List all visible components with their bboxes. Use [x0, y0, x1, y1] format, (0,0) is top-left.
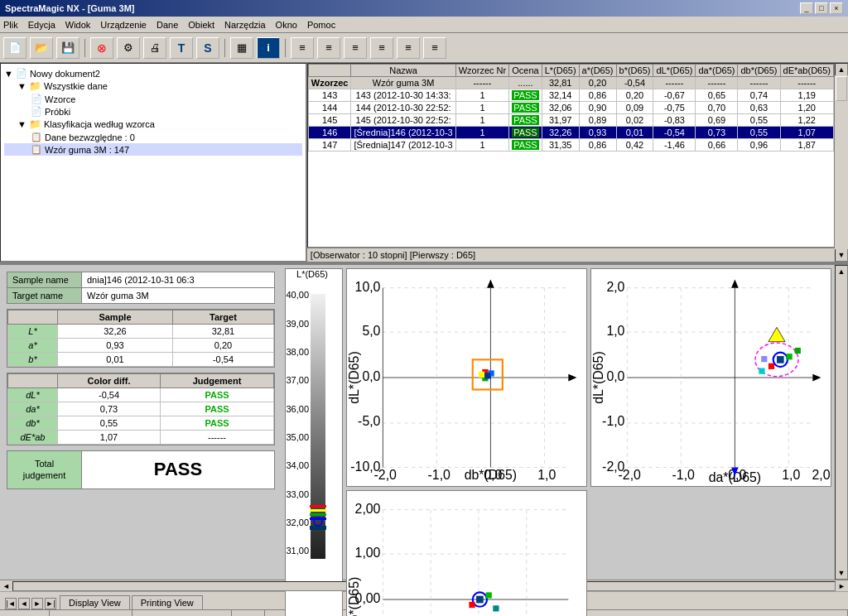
stop-button[interactable]: ⊗: [90, 37, 113, 59]
tool1-button[interactable]: ≡: [291, 37, 314, 59]
tool5-button[interactable]: ≡: [397, 37, 420, 59]
chart1-pt-target: [484, 373, 490, 378]
tab-nav: |◄ ◄ ► ►|: [2, 598, 60, 609]
doc-icon-2: 📄: [31, 94, 42, 104]
col-header-db: db*(D65): [738, 65, 780, 77]
table-row[interactable]: 144144 (2012-10-30 22:52:1PASS32,060,900…: [308, 102, 833, 114]
menu-plik[interactable]: Plik: [3, 20, 18, 30]
doc-icon: 📄: [16, 68, 27, 79]
chart2-y-2: 2,0: [606, 280, 624, 294]
scroll-up-button[interactable]: ▲: [836, 64, 847, 75]
h-scroll-right[interactable]: ►: [836, 582, 848, 590]
chart-dl-db: dL*(D65) db*(D65) 10,0 5,0 0,0 -5,0 -10,…: [346, 268, 587, 487]
table-row[interactable]: 143143 (2012-10-30 14:33:1PASS32,140,860…: [308, 89, 833, 102]
h-scroll-left[interactable]: ◄: [0, 582, 12, 590]
menu-edycja[interactable]: Edycja: [28, 20, 55, 30]
tool2-button[interactable]: ≡: [317, 37, 340, 59]
tab-nav-prev[interactable]: ◄: [18, 598, 30, 609]
grid-button[interactable]: ▦: [230, 37, 253, 59]
menu-okno[interactable]: Okno: [276, 20, 297, 30]
menu-obiekt[interactable]: Obiekt: [188, 20, 214, 30]
menu-narzedzia[interactable]: Narzędzia: [224, 20, 266, 30]
tree-all-data[interactable]: ▼ 📁 Wszystkie dane: [4, 79, 302, 93]
col-header-da: da*(D65): [696, 65, 738, 77]
menu-bar: Plik Edycja Widok Urządzenie Dane Obiekt…: [0, 17, 848, 33]
scroll-thumb[interactable]: [836, 76, 847, 101]
tree-root[interactable]: ▼ 📄 Nowy dokument2: [4, 67, 302, 79]
table-row[interactable]: 146[Średnia]146 (2012-10-31PASS32,260,93…: [308, 127, 833, 139]
y-label-38: 38,00: [286, 347, 309, 357]
chart1-x-n1: -1,0: [428, 468, 451, 482]
chart1-y-label: dL*(D65): [347, 351, 361, 404]
c2-pt-cyan: [759, 368, 764, 373]
settings-button[interactable]: ⚙: [117, 37, 140, 59]
minimize-button[interactable]: _: [800, 2, 813, 14]
table-row-wzorzec[interactable]: WzorzecWzór guma 3M------......32,810,20…: [308, 77, 833, 89]
save-button[interactable]: 💾: [56, 37, 80, 59]
table-row[interactable]: 145145 (2012-10-30 22:52:1PASS31,970,890…: [308, 114, 833, 127]
tree-probki-label: Próbki: [45, 107, 70, 117]
diff-col-diff: Color diff.: [58, 374, 161, 388]
window-controls[interactable]: _ □ ×: [800, 2, 843, 14]
lower-scroll-up[interactable]: ▲: [836, 266, 847, 277]
tab-display-view[interactable]: Display View: [60, 595, 130, 609]
chart-b-a-scatter: b*(D65) a*(D65) 2,00 1,00 0,00 -1,00 -2,…: [346, 490, 587, 616]
col-header-b: b*(D65): [616, 65, 653, 77]
tab-printing-view[interactable]: Printing View: [132, 595, 203, 609]
close-button[interactable]: ×: [830, 2, 843, 14]
chart3-y-2: 2,00: [355, 502, 381, 516]
menu-pomoc[interactable]: Pomoc: [307, 20, 335, 30]
tab-nav-next[interactable]: ►: [31, 598, 43, 609]
tree-klasyfikacja[interactable]: ▼ 📁 Klasyfikacja według wzorca: [4, 118, 302, 131]
col-header-ocena: Ocena: [509, 65, 542, 77]
diff-col-judge: Judgement: [161, 374, 274, 388]
tree-expand-icon-2: ▼: [17, 81, 26, 91]
tool4-button[interactable]: ≡: [370, 37, 393, 59]
tab-nav-last[interactable]: ►|: [45, 598, 56, 609]
tool6-button[interactable]: ≡: [423, 37, 446, 59]
tree-probki[interactable]: 📄 Próbki: [4, 105, 302, 118]
name-box: Sample name dnia]146 (2012-10-31 06:3 Ta…: [7, 272, 275, 304]
target-name-row: Target name Wzór guma 3M: [7, 288, 274, 303]
col-header-dL: dL*(D65): [653, 65, 696, 77]
maximize-button[interactable]: □: [815, 2, 828, 14]
tool3-button[interactable]: ≡: [344, 37, 367, 59]
menu-urzadzenie[interactable]: Urządzenie: [100, 20, 147, 30]
print-button[interactable]: 🖨: [143, 37, 166, 59]
toolbar-separator-3: [285, 39, 286, 57]
diff-table-row: dE*ab1,07------: [8, 431, 274, 445]
chart-button[interactable]: T: [170, 37, 193, 59]
info-button[interactable]: i: [257, 37, 280, 59]
chart2-y-label: dL*(D65): [591, 351, 605, 404]
tree-dane-bezwzgledne[interactable]: 📋 Dane bezwzględne : 0: [4, 131, 302, 143]
lower-scroll-down[interactable]: ▼: [836, 567, 847, 579]
chart3-y-0: 0,00: [355, 591, 381, 605]
c3-pt-green: [486, 592, 492, 598]
menu-widok[interactable]: Widok: [65, 20, 91, 30]
tab-nav-first[interactable]: |◄: [5, 598, 17, 609]
total-value: PASS: [82, 451, 274, 488]
doc-icon-3: 📄: [31, 106, 42, 117]
new-button[interactable]: 📄: [3, 37, 26, 59]
chart1-x-n2: -2,0: [374, 468, 398, 482]
c2-pt-triangle: [768, 327, 785, 341]
lower-area: Sample name dnia]146 (2012-10-31 06:3 Ta…: [0, 265, 848, 580]
chart-ba-svg: b*(D65) a*(D65) 2,00 1,00 0,00 -1,00 -2,…: [347, 491, 586, 616]
open-button[interactable]: 📂: [30, 37, 53, 59]
chart-dl-da: dL*(D65) da*(D65) 2,0 1,0 0,0 -1,0 -2,0 …: [590, 268, 831, 487]
c2-pt-selected: [777, 356, 784, 363]
sample-name-value: dnia]146 (2012-10-31 06:3: [82, 272, 274, 287]
status-empty: [0, 610, 50, 616]
s-button[interactable]: S: [196, 37, 219, 59]
spectral-y-label: L*(D65): [296, 269, 328, 279]
menu-dane[interactable]: Dane: [157, 20, 178, 30]
scroll-down-button[interactable]: ▼: [836, 249, 847, 261]
table-scrollbar[interactable]: ▲ ▼: [835, 63, 848, 262]
chart1-y-0: 0,0: [362, 369, 380, 383]
scroll-track[interactable]: [835, 75, 848, 249]
tree-wzorce[interactable]: 📄 Wzorce: [4, 93, 302, 105]
table-row[interactable]: 147[Średnia]147 (2012-10-31PASS31,350,86…: [308, 139, 833, 152]
y-label-40: 40,00: [286, 290, 309, 300]
tree-wzor-guma[interactable]: 📋 Wzór guma 3M : 147: [4, 143, 302, 156]
lower-scrollbar[interactable]: ▲ ▼: [835, 265, 848, 580]
